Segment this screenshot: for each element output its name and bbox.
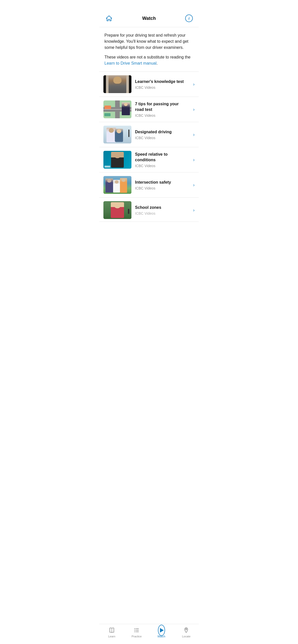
header: Watch i: [99, 0, 199, 27]
video-title: Designated driving: [135, 129, 188, 135]
video-thumbnail: [103, 126, 131, 143]
video-title: School zones: [135, 205, 188, 210]
video-thumbnail: [103, 75, 131, 93]
video-title: Speed relative to conditions: [135, 152, 188, 163]
content-area: Prepare for your driving test and refres…: [99, 27, 199, 242]
video-info: Intersection safety ICBC Videos: [135, 180, 188, 190]
video-title: Intersection safety: [135, 180, 188, 185]
video-info: Designated driving ICBC Videos: [135, 129, 188, 140]
intro-section: Prepare for your driving test and refres…: [99, 27, 199, 72]
learn-to-drive-link[interactable]: Learn to Drive Smart manual: [104, 61, 157, 65]
video-item[interactable]: School zones ICBC Videos ›: [99, 198, 199, 222]
video-title: 7 tips for passing your road test: [135, 101, 188, 112]
video-item[interactable]: Simon Speed relative to conditions ICBC …: [99, 147, 199, 172]
video-info: 7 tips for passing your road test ICBC V…: [135, 101, 188, 117]
video-item[interactable]: 7 tips for passing your road test ICBC V…: [99, 97, 199, 122]
intro-link-text: These videos are not a substitute to rea…: [104, 54, 194, 66]
video-channel: ICBC Videos: [135, 211, 188, 215]
intro-main-text: Prepare for your driving test and refres…: [104, 32, 194, 51]
info-icon: i: [185, 14, 193, 22]
video-info: Speed relative to conditions ICBC Videos: [135, 152, 188, 168]
video-channel: ICBC Videos: [135, 85, 188, 90]
video-channel: ICBC Videos: [135, 113, 188, 118]
video-item[interactable]: Designated driving ICBC Videos ›: [99, 122, 199, 147]
home-button[interactable]: [104, 14, 114, 23]
video-item[interactable]: Learner's knowledge test ICBC Videos ›: [99, 72, 199, 97]
video-info: Learner's knowledge test ICBC Videos: [135, 79, 188, 90]
video-thumbnail: [103, 201, 131, 219]
video-title: Learner's knowledge test: [135, 79, 188, 84]
home-icon: [105, 15, 113, 22]
video-channel: ICBC Videos: [135, 164, 188, 168]
chevron-right-icon: ›: [193, 182, 195, 188]
video-channel: ICBC Videos: [135, 136, 188, 140]
chevron-right-icon: ›: [193, 82, 195, 87]
chevron-right-icon: ›: [193, 107, 195, 112]
info-button[interactable]: i: [184, 14, 194, 23]
chevron-right-icon: ›: [193, 208, 195, 213]
video-info: School zones ICBC Videos: [135, 205, 188, 215]
video-list: Learner's knowledge test ICBC Videos ›: [99, 72, 199, 222]
page-title: Watch: [142, 16, 156, 21]
chevron-right-icon: ›: [193, 157, 195, 163]
video-thumbnail: [103, 100, 131, 118]
video-channel: ICBC Videos: [135, 186, 188, 190]
video-item[interactable]: Intersection safety ICBC Videos ›: [99, 172, 199, 198]
video-thumbnail: Simon: [103, 151, 131, 169]
chevron-right-icon: ›: [193, 132, 195, 137]
video-thumbnail: [103, 176, 131, 194]
